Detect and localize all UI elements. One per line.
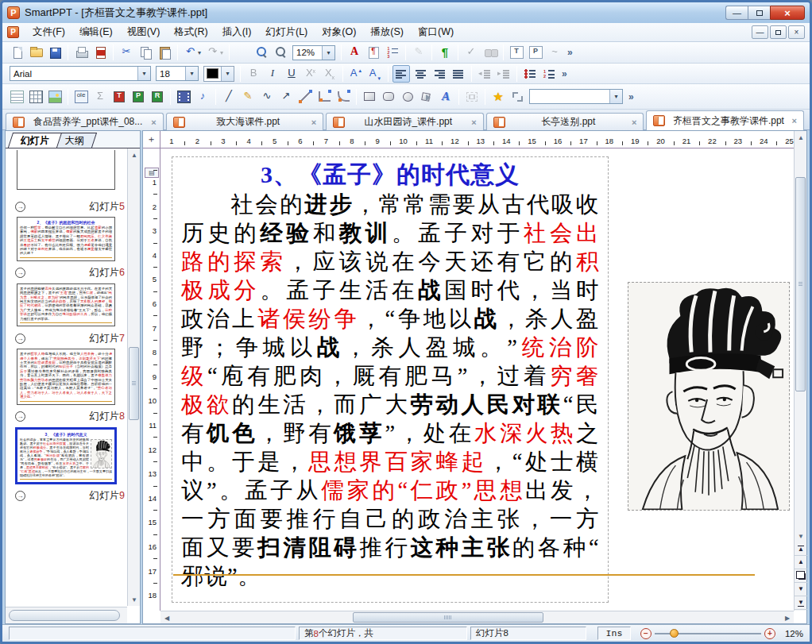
sidebar-horizontal-scrollbar[interactable]: [6, 607, 127, 623]
align-left-button[interactable]: [392, 65, 410, 83]
vertical-scrollbar[interactable]: ▲ ▼: [794, 131, 806, 542]
transition-icon[interactable]: →: [15, 202, 25, 212]
cut-button[interactable]: ✂: [118, 44, 135, 61]
menu-item-6[interactable]: 对象(O): [315, 23, 363, 41]
menu-item-0[interactable]: 文件(F): [25, 23, 72, 41]
connector-straight-button[interactable]: [296, 88, 314, 106]
scroll-left-icon[interactable]: ◀: [160, 611, 173, 624]
effects-button[interactable]: ★: [489, 88, 507, 106]
zoom-track[interactable]: [655, 633, 761, 634]
toolbar-overflow-icon[interactable]: »: [567, 47, 573, 58]
close-tab-icon[interactable]: ×: [311, 118, 316, 127]
draw-line-button[interactable]: ╱: [220, 88, 238, 106]
hscroll-thumb[interactable]: [353, 612, 543, 623]
arrow-button[interactable]: ↗: [277, 88, 295, 106]
open-folder-button[interactable]: [27, 44, 44, 61]
copy-button[interactable]: [137, 44, 154, 61]
menu-item-5[interactable]: 幻灯片(L): [258, 23, 315, 41]
menu-item-4[interactable]: 插入(I): [215, 23, 259, 41]
underline-shape[interactable]: [173, 574, 755, 576]
underline-button[interactable]: U: [283, 65, 300, 83]
menu-item-7[interactable]: 播放(S): [363, 23, 411, 41]
menu-item-3[interactable]: 格式(R): [167, 23, 215, 41]
font-color-picker[interactable]: ▾: [203, 66, 234, 82]
connector-curved-button[interactable]: [334, 88, 352, 106]
rounded-rectangle-button[interactable]: [380, 88, 397, 106]
sidebar-scroll-down-icon[interactable]: ▼: [128, 593, 141, 606]
print-button[interactable]: [72, 44, 90, 61]
shape-style-combo[interactable]: ▾: [529, 89, 623, 104]
grow-font-button[interactable]: A: [347, 65, 365, 83]
zoom-slider[interactable]: − +: [640, 628, 775, 639]
slide-thumbnail-6[interactable]: 孟子的思想能够流传久远的原因还远不只于此。在孟子的大同思想根源之下，孟子的“王道…: [17, 283, 115, 326]
child-restore-button[interactable]: [770, 25, 787, 39]
sidebar-hscroll-thumb[interactable]: [9, 610, 120, 621]
first-slide-button[interactable]: ▲: [795, 542, 807, 556]
font-name-combo[interactable]: Arial▾: [10, 66, 151, 81]
doc-tab-1[interactable]: 致大海课件.ppt×: [166, 113, 324, 130]
transition-icon[interactable]: →: [15, 491, 25, 501]
insert-audio-button[interactable]: ♪: [194, 88, 211, 106]
close-tab-icon[interactable]: ×: [792, 116, 797, 125]
shrink-font-button[interactable]: A: [366, 65, 384, 83]
undo-button[interactable]: ↶▾: [182, 44, 203, 61]
insert-picture-button[interactable]: [46, 88, 64, 106]
placeholder-p-button[interactable]: P: [130, 88, 147, 106]
slide-canvas[interactable]: 3、《孟子》的时代意义 社会的进步，常常需要从古代吸收历史的经验和教训。孟子对于…: [160, 148, 794, 611]
align-center-button[interactable]: [412, 65, 429, 83]
text-object-button[interactable]: T: [508, 44, 525, 61]
menu-item-8[interactable]: 窗口(W): [411, 23, 461, 41]
placeholder-object-button[interactable]: P: [527, 44, 544, 61]
doc-tab-0[interactable]: 食品营养学_ppt课件_08...×: [6, 113, 164, 130]
close-button[interactable]: ×: [770, 6, 805, 20]
align-right-button[interactable]: [431, 65, 448, 83]
horizontal-scrollbar[interactable]: ◀ ▶: [160, 611, 794, 623]
zoom-level-combo[interactable]: 12%▾: [292, 45, 335, 60]
align-justify-button[interactable]: [450, 65, 467, 83]
zoom-actual-button[interactable]: 1:1: [234, 44, 251, 61]
scroll-down-icon[interactable]: ▼: [795, 530, 807, 542]
numbering-button[interactable]: [540, 65, 558, 83]
toolbar-overflow-icon[interactable]: »: [628, 91, 634, 102]
chevron-down-icon[interactable]: ▾: [221, 67, 234, 81]
bullets-button[interactable]: [521, 65, 539, 83]
slide-overview-button[interactable]: [795, 569, 807, 583]
placeholder-frame-button[interactable]: [508, 88, 526, 106]
sidebar-scroll-up-icon[interactable]: ▲: [128, 148, 141, 161]
export-pdf-button[interactable]: [91, 44, 109, 61]
new-document-button[interactable]: [8, 44, 25, 61]
transition-icon[interactable]: →: [15, 268, 25, 278]
text-placeholder[interactable]: 3、《孟子》的时代意义 社会的进步，常常需要从古代吸收历史的经验和教训。孟子对于…: [172, 156, 609, 603]
slide-thumbnail-8[interactable]: 3、《孟子》的时代意义: [15, 427, 117, 484]
list-settings-button[interactable]: [384, 44, 401, 61]
wordart-button[interactable]: A: [437, 88, 454, 106]
slide-thumbnail-4[interactable]: 以羊易牛 舍生取义缘木求鱼 发政施仁明察秋毫 不忍觳觫老吾老以及人之老幼吾幼以及…: [17, 150, 115, 190]
chevron-down-icon[interactable]: ▾: [220, 49, 223, 56]
chevron-down-icon[interactable]: ▾: [609, 90, 622, 103]
ellipse-button[interactable]: [399, 88, 416, 106]
placeholder-r-button[interactable]: R: [149, 88, 166, 106]
save-button[interactable]: [46, 44, 64, 61]
sidebar-tab-slides[interactable]: 幻灯片: [8, 133, 62, 148]
scroll-right-icon[interactable]: ▶: [781, 611, 794, 624]
zoom-button[interactable]: [272, 44, 289, 61]
connector-elbow-button[interactable]: [315, 88, 333, 106]
chevron-down-icon[interactable]: ▾: [322, 46, 334, 60]
previous-slide-button[interactable]: ▲: [795, 556, 807, 569]
chevron-down-icon[interactable]: ▾: [137, 67, 150, 80]
scroll-up-icon[interactable]: ▲: [795, 131, 807, 144]
child-close-button[interactable]: ×: [788, 25, 805, 39]
italic-button[interactable]: I: [264, 65, 281, 83]
menu-item-2[interactable]: 视图(V): [120, 23, 168, 41]
close-tab-icon[interactable]: ×: [151, 118, 156, 127]
chevron-down-icon[interactable]: ▾: [198, 49, 201, 56]
zoom-out-button[interactable]: −: [640, 628, 652, 639]
doc-tab-3[interactable]: 长亭送别.ppt×: [486, 113, 644, 130]
chevron-down-icon[interactable]: ▾: [185, 67, 198, 80]
child-minimize-button[interactable]: —: [752, 25, 768, 39]
text-frame-button[interactable]: [8, 88, 25, 106]
slide-thumbnail-7[interactable]: 孟子的哲学人格也与他人不同。他主张人性本善，还十分强调个人修养，提出了“穷则独善…: [17, 349, 115, 404]
toolbar-overflow-icon[interactable]: »: [562, 68, 567, 79]
freehand-button[interactable]: ✎: [239, 88, 257, 106]
close-tab-icon[interactable]: ×: [632, 118, 636, 127]
